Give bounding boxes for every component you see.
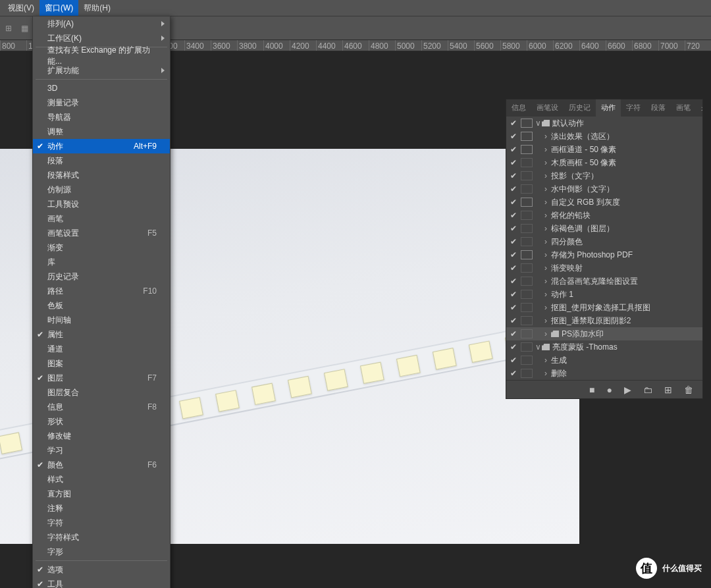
menu-item[interactable]: 排列(A) — [33, 16, 170, 31]
action-dialog-toggle[interactable] — [521, 132, 533, 141]
action-dialog-toggle[interactable] — [521, 237, 533, 246]
menu-item[interactable]: ✔工具 — [33, 577, 170, 588]
action-row[interactable]: ✔›存储为 Photoshop PDF — [506, 248, 702, 261]
panel-tab[interactable]: 画笔 — [671, 99, 696, 117]
record-icon[interactable]: ● — [607, 385, 612, 395]
action-row[interactable]: ✔›动作 1 — [506, 288, 702, 301]
menu-item[interactable]: 直方图 — [33, 487, 170, 501]
action-toggle[interactable]: ✔ — [506, 369, 521, 378]
menu-help[interactable]: 帮助(H) — [78, 0, 116, 16]
action-toggle[interactable]: ✔ — [506, 303, 521, 312]
menu-item[interactable]: 工作区(K) — [33, 31, 170, 45]
action-toggle[interactable]: ✔ — [506, 356, 521, 365]
panel-tab[interactable]: 画笔设 — [531, 99, 564, 117]
action-row[interactable]: ✔›抠图_使用对象选择工具抠图 — [506, 301, 702, 314]
menu-item[interactable]: 仿制源 — [33, 182, 170, 197]
action-row[interactable]: ✔›自定义 RGB 到灰度 — [506, 196, 702, 209]
menu-item[interactable]: 注释 — [33, 501, 170, 516]
panel-tab[interactable]: 字符 — [621, 99, 646, 117]
menu-item[interactable]: 渐变 — [33, 240, 170, 255]
caret-icon[interactable]: › — [544, 158, 551, 167]
action-row[interactable]: ✔›水中倒影（文字） — [506, 182, 702, 196]
menu-item[interactable]: 通道 — [33, 342, 170, 356]
action-row[interactable]: ✔∨默认动作 — [506, 117, 702, 130]
action-dialog-toggle[interactable] — [521, 224, 533, 233]
caret-icon[interactable]: › — [544, 369, 551, 378]
menu-item[interactable]: ✔动作Alt+F9 — [33, 139, 170, 153]
menu-item[interactable]: 测量记录 — [33, 95, 170, 110]
action-toggle[interactable]: ✔ — [506, 224, 521, 233]
action-toggle[interactable]: ✔ — [506, 250, 521, 259]
caret-icon[interactable]: › — [544, 237, 551, 246]
caret-icon[interactable]: › — [544, 316, 551, 325]
action-toggle[interactable]: ✔ — [506, 263, 521, 273]
menu-item[interactable]: ✔属性 — [33, 327, 170, 342]
menu-item[interactable]: 工具预设 — [33, 197, 170, 211]
panel-tab[interactable]: 信息 — [506, 99, 531, 117]
menu-item[interactable]: 路径F10 — [33, 284, 170, 298]
action-row[interactable]: ✔›淡出效果（选区） — [506, 130, 702, 143]
caret-icon[interactable]: › — [544, 132, 551, 141]
action-dialog-toggle[interactable] — [521, 250, 533, 259]
action-dialog-toggle[interactable] — [521, 303, 533, 312]
action-dialog-toggle[interactable] — [521, 277, 533, 286]
action-toggle[interactable]: ✔ — [506, 184, 521, 194]
action-row[interactable]: ✔›抠图_通禁取原图阴影2 — [506, 314, 702, 327]
action-row[interactable]: ✔›生成 — [506, 354, 702, 367]
caret-icon[interactable]: › — [544, 171, 551, 180]
menu-item[interactable]: 库 — [33, 255, 170, 269]
caret-icon[interactable]: › — [544, 224, 551, 233]
menu-item[interactable]: 画笔设置F5 — [33, 226, 170, 240]
action-row[interactable]: ✔›画框通道 - 50 像素 — [506, 143, 702, 156]
panel-tab[interactable]: 历史记 — [564, 99, 596, 117]
caret-icon[interactable]: ∨ — [535, 119, 542, 128]
action-row[interactable]: ✔›四分颜色 — [506, 235, 702, 248]
action-toggle[interactable]: ✔ — [506, 211, 521, 220]
action-dialog-toggle[interactable] — [521, 171, 533, 180]
menu-item[interactable]: 扩展功能 — [33, 63, 170, 78]
action-toggle[interactable]: ✔ — [506, 290, 521, 299]
caret-icon[interactable]: › — [544, 145, 551, 154]
menu-item[interactable]: ✔选项 — [33, 562, 170, 577]
caret-icon[interactable]: › — [544, 329, 551, 338]
action-toggle[interactable]: ✔ — [506, 316, 521, 325]
action-toggle[interactable]: ✔ — [506, 342, 521, 352]
menu-item[interactable]: 色板 — [33, 298, 170, 313]
action-dialog-toggle[interactable] — [521, 211, 533, 220]
panel-tab[interactable]: 动作 — [596, 99, 621, 117]
action-row[interactable]: ✔›渐变映射 — [506, 261, 702, 275]
action-dialog-toggle[interactable] — [521, 369, 533, 378]
menu-item[interactable]: 段落 — [33, 153, 170, 168]
new-icon[interactable]: ⊞ — [664, 385, 672, 395]
caret-icon[interactable]: › — [544, 277, 551, 286]
action-toggle[interactable]: ✔ — [506, 132, 521, 141]
action-row[interactable]: ✔∨亮度蒙版 -Thomas — [506, 340, 702, 354]
caret-icon[interactable]: › — [544, 250, 551, 259]
action-row[interactable]: ✔›PS添加水印 — [506, 327, 702, 340]
action-row[interactable]: ✔›删除 — [506, 367, 702, 380]
menu-item[interactable]: 图层复合 — [33, 385, 170, 400]
menu-item[interactable]: 样式 — [33, 472, 170, 487]
action-dialog-toggle[interactable] — [521, 158, 533, 167]
action-toggle[interactable]: ✔ — [506, 237, 521, 246]
trash-icon[interactable]: 🗑 — [684, 385, 693, 395]
menu-item[interactable]: 图案 — [33, 356, 170, 371]
action-row[interactable]: ✔›木质画框 - 50 像素 — [506, 156, 702, 169]
menu-item[interactable]: 学习 — [33, 443, 170, 458]
action-row[interactable]: ✔›熔化的铅块 — [506, 209, 702, 222]
action-toggle[interactable]: ✔ — [506, 145, 521, 154]
menu-item[interactable]: ✔图层F7 — [33, 371, 170, 385]
action-row[interactable]: ✔›混合器画笔克隆绘图设置 — [506, 275, 702, 288]
tabs-more-icon[interactable]: >> — [696, 101, 702, 117]
action-toggle[interactable]: ✔ — [506, 158, 521, 167]
caret-icon[interactable]: › — [544, 290, 551, 299]
action-dialog-toggle[interactable] — [521, 316, 533, 325]
menu-item[interactable]: 画笔 — [33, 211, 170, 226]
action-dialog-toggle[interactable] — [521, 184, 533, 194]
caret-icon[interactable]: › — [544, 184, 551, 194]
menu-item[interactable]: 时间轴 — [33, 313, 170, 327]
menu-item[interactable]: 历史记录 — [33, 269, 170, 284]
action-toggle[interactable]: ✔ — [506, 171, 521, 180]
action-dialog-toggle[interactable] — [521, 342, 533, 352]
action-dialog-toggle[interactable] — [521, 119, 533, 128]
